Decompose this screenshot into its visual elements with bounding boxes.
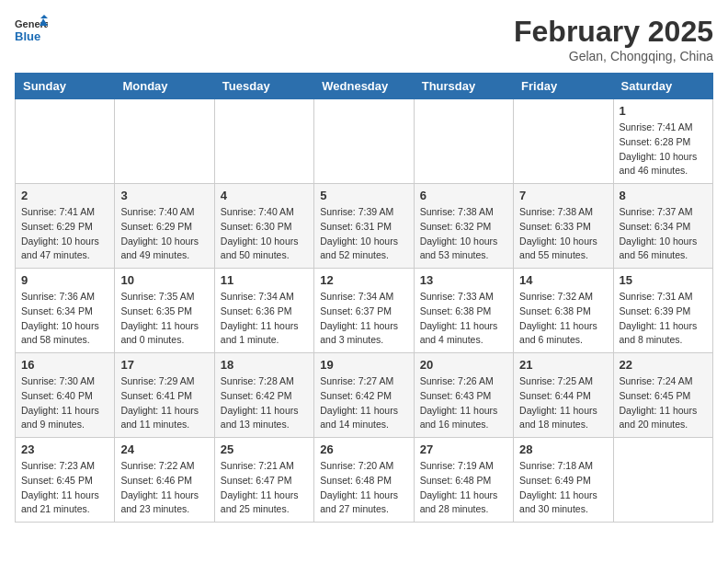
week-row-1: 1Sunrise: 7:41 AMSunset: 6:28 PMDaylight… [16,99,713,184]
day-number: 7 [519,189,607,202]
weekday-header-row: SundayMondayTuesdayWednesdayThursdayFrid… [16,74,713,99]
day-cell-10: 10Sunrise: 7:35 AMSunset: 6:35 PMDayligh… [115,269,214,353]
day-number: 20 [420,358,507,372]
day-cell-28: 28Sunrise: 7:18 AMSunset: 6:49 PMDayligh… [514,438,613,523]
week-row-2: 2Sunrise: 7:41 AMSunset: 6:29 PMDaylight… [16,184,713,269]
day-cell-11: 11Sunrise: 7:34 AMSunset: 6:36 PMDayligh… [214,269,313,353]
day-cell-23: 23Sunrise: 7:23 AMSunset: 6:45 PMDayligh… [16,438,115,523]
day-info: Sunrise: 7:18 AMSunset: 6:49 PMDaylight:… [519,459,607,517]
day-info: Sunrise: 7:28 AMSunset: 6:42 PMDaylight:… [221,374,308,432]
day-cell-6: 6Sunrise: 7:38 AMSunset: 6:32 PMDaylight… [414,184,513,269]
day-number: 28 [519,442,607,456]
day-cell-1: 1Sunrise: 7:41 AMSunset: 6:28 PMDaylight… [613,99,712,184]
day-info: Sunrise: 7:23 AMSunset: 6:45 PMDaylight:… [21,459,108,517]
day-cell-25: 25Sunrise: 7:21 AMSunset: 6:47 PMDayligh… [214,438,313,523]
day-info: Sunrise: 7:24 AMSunset: 6:45 PMDaylight:… [620,374,707,432]
day-cell-2: 2Sunrise: 7:41 AMSunset: 6:29 PMDaylight… [16,184,115,269]
day-number: 9 [21,273,108,287]
day-number: 5 [320,189,407,202]
day-cell-27: 27Sunrise: 7:19 AMSunset: 6:48 PMDayligh… [414,438,513,523]
weekday-header-wednesday: Wednesday [314,74,414,99]
logo-svg: General Blue [15,15,48,48]
calendar-table: SundayMondayTuesdayWednesdayThursdayFrid… [15,73,713,523]
day-cell-17: 17Sunrise: 7:29 AMSunset: 6:41 PMDayligh… [115,353,214,438]
day-number: 11 [221,273,308,287]
day-number: 19 [320,358,407,372]
day-cell-4: 4Sunrise: 7:40 AMSunset: 6:30 PMDaylight… [214,184,313,269]
day-info: Sunrise: 7:35 AMSunset: 6:35 PMDaylight:… [120,290,208,348]
day-number: 15 [620,273,707,287]
day-number: 13 [420,273,507,287]
weekday-header-tuesday: Tuesday [214,74,313,99]
day-info: Sunrise: 7:41 AMSunset: 6:29 PMDaylight:… [21,205,108,263]
day-info: Sunrise: 7:32 AMSunset: 6:38 PMDaylight:… [519,290,607,348]
day-cell-19: 19Sunrise: 7:27 AMSunset: 6:42 PMDayligh… [314,353,414,438]
svg-marker-2 [40,15,48,18]
day-cell-7: 7Sunrise: 7:38 AMSunset: 6:33 PMDaylight… [514,184,613,269]
day-info: Sunrise: 7:19 AMSunset: 6:48 PMDaylight:… [420,459,507,517]
weekday-header-monday: Monday [115,74,214,99]
day-cell-26: 26Sunrise: 7:20 AMSunset: 6:48 PMDayligh… [314,438,414,523]
title-block: February 2025 Gelan, Chongqing, China [514,15,713,63]
empty-cell [16,99,115,184]
day-cell-12: 12Sunrise: 7:34 AMSunset: 6:37 PMDayligh… [314,269,414,353]
day-info: Sunrise: 7:26 AMSunset: 6:43 PMDaylight:… [420,374,507,432]
empty-cell [613,438,712,523]
logo: General Blue [15,15,50,52]
day-info: Sunrise: 7:38 AMSunset: 6:32 PMDaylight:… [420,205,507,263]
day-cell-5: 5Sunrise: 7:39 AMSunset: 6:31 PMDaylight… [314,184,414,269]
weekday-header-saturday: Saturday [613,74,712,99]
day-number: 23 [21,442,108,456]
empty-cell [314,99,414,184]
day-info: Sunrise: 7:20 AMSunset: 6:48 PMDaylight:… [320,459,407,517]
day-info: Sunrise: 7:39 AMSunset: 6:31 PMDaylight:… [320,205,407,263]
day-number: 17 [120,358,208,372]
weekday-header-friday: Friday [514,74,613,99]
day-cell-9: 9Sunrise: 7:36 AMSunset: 6:34 PMDaylight… [16,269,115,353]
day-cell-15: 15Sunrise: 7:31 AMSunset: 6:39 PMDayligh… [613,269,712,353]
day-cell-18: 18Sunrise: 7:28 AMSunset: 6:42 PMDayligh… [214,353,313,438]
week-row-3: 9Sunrise: 7:36 AMSunset: 6:34 PMDaylight… [16,269,713,353]
day-cell-3: 3Sunrise: 7:40 AMSunset: 6:29 PMDaylight… [115,184,214,269]
day-cell-22: 22Sunrise: 7:24 AMSunset: 6:45 PMDayligh… [613,353,712,438]
day-number: 26 [320,442,407,456]
day-cell-8: 8Sunrise: 7:37 AMSunset: 6:34 PMDaylight… [613,184,712,269]
weekday-header-thursday: Thursday [414,74,513,99]
day-number: 4 [221,189,308,202]
day-number: 16 [21,358,108,372]
day-number: 8 [620,189,707,202]
day-info: Sunrise: 7:27 AMSunset: 6:42 PMDaylight:… [320,374,407,432]
day-number: 18 [221,358,308,372]
day-number: 12 [320,273,407,287]
day-number: 2 [21,189,108,202]
day-info: Sunrise: 7:40 AMSunset: 6:30 PMDaylight:… [221,205,308,263]
location: Gelan, Chongqing, China [514,49,713,63]
empty-cell [115,99,214,184]
week-row-4: 16Sunrise: 7:30 AMSunset: 6:40 PMDayligh… [16,353,713,438]
empty-cell [514,99,613,184]
day-number: 21 [519,358,607,372]
day-cell-16: 16Sunrise: 7:30 AMSunset: 6:40 PMDayligh… [16,353,115,438]
day-info: Sunrise: 7:34 AMSunset: 6:37 PMDaylight:… [320,290,407,348]
day-info: Sunrise: 7:40 AMSunset: 6:29 PMDaylight:… [120,205,208,263]
day-info: Sunrise: 7:29 AMSunset: 6:41 PMDaylight:… [120,374,208,432]
day-info: Sunrise: 7:30 AMSunset: 6:40 PMDaylight:… [21,374,108,432]
day-cell-20: 20Sunrise: 7:26 AMSunset: 6:43 PMDayligh… [414,353,513,438]
day-info: Sunrise: 7:25 AMSunset: 6:44 PMDaylight:… [519,374,607,432]
weekday-header-sunday: Sunday [16,74,115,99]
day-number: 6 [420,189,507,202]
page-header: General Blue February 2025 Gelan, Chongq… [15,15,713,63]
day-number: 1 [620,104,707,118]
day-cell-24: 24Sunrise: 7:22 AMSunset: 6:46 PMDayligh… [115,438,214,523]
day-info: Sunrise: 7:38 AMSunset: 6:33 PMDaylight:… [519,205,607,263]
day-number: 27 [420,442,507,456]
month-title: February 2025 [514,15,713,49]
day-info: Sunrise: 7:33 AMSunset: 6:38 PMDaylight:… [420,290,507,348]
week-row-5: 23Sunrise: 7:23 AMSunset: 6:45 PMDayligh… [16,438,713,523]
day-info: Sunrise: 7:34 AMSunset: 6:36 PMDaylight:… [221,290,308,348]
day-number: 14 [519,273,607,287]
day-number: 24 [120,442,208,456]
day-number: 25 [221,442,308,456]
day-info: Sunrise: 7:22 AMSunset: 6:46 PMDaylight:… [120,459,208,517]
day-cell-13: 13Sunrise: 7:33 AMSunset: 6:38 PMDayligh… [414,269,513,353]
